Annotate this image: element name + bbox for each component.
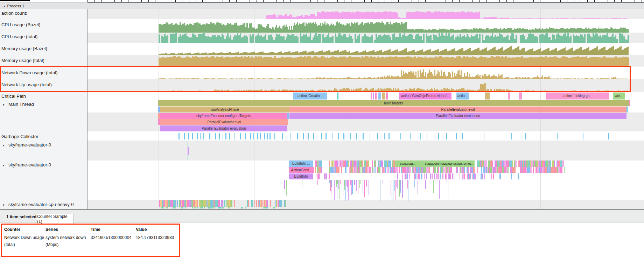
critical-path-slice[interactable]: action 'Linking go... [546,93,609,100]
counter-track-net-down[interactable] [88,67,644,79]
gc-slice[interactable] [313,133,314,139]
critical-path-slice[interactable] [519,93,522,100]
dense-slice[interactable] [426,173,427,179]
dense-slice[interactable] [369,167,371,173]
dense-slice[interactable] [228,207,230,208]
dense-slice[interactable] [316,173,317,179]
track-label-garbage-collector[interactable]: Garbage Collector [1,134,38,139]
counter-track-cpu-total[interactable] [88,33,644,43]
dense-slice[interactable] [390,160,391,167]
dense-slice[interactable] [492,160,493,167]
gc-slice[interactable] [274,133,275,139]
dense-slice[interactable] [362,160,363,167]
gc-slice[interactable] [282,133,283,139]
hanging-slice[interactable] [360,180,361,184]
dense-slice[interactable] [367,167,369,173]
gc-slice[interactable] [356,133,357,139]
dense-slice[interactable] [220,207,221,208]
hanging-slice[interactable] [356,180,357,191]
dense-slice[interactable] [329,160,330,167]
dense-slice[interactable] [348,160,349,167]
dense-slice[interactable] [473,167,475,173]
dense-slice[interactable] [496,167,497,173]
gc-slice[interactable] [234,133,235,139]
dense-slice[interactable] [218,200,220,207]
gc-slice[interactable] [557,133,558,139]
gc-slice[interactable] [338,133,339,139]
dense-slice[interactable] [383,160,383,167]
dense-slice[interactable] [187,200,189,207]
dense-slice[interactable] [462,173,463,179]
dense-slice[interactable] [372,160,373,167]
critical-path-slice[interactable]: action 'Creatin... [293,93,327,100]
dense-slice[interactable] [422,173,422,179]
dense-slice[interactable] [446,173,447,179]
col-header-value[interactable]: Value [136,227,147,232]
gc-slice[interactable] [410,133,411,139]
col-header-counter[interactable]: Counter [4,227,20,232]
dense-slice[interactable] [192,207,193,208]
dense-slice[interactable] [464,173,465,179]
dense-slice[interactable] [399,167,400,173]
gc-slice[interactable] [253,133,254,139]
hanging-slice[interactable] [447,180,447,183]
dense-slice[interactable] [440,173,441,179]
dense-slice[interactable] [270,200,271,207]
gc-slice[interactable] [270,133,271,139]
collapse-icon[interactable]: ▾ [3,203,8,207]
dense-slice[interactable] [460,173,460,179]
gc-slice[interactable] [456,133,457,139]
dense-slice[interactable] [182,207,184,208]
dense-slice[interactable] [444,167,446,173]
dense-slice[interactable] [185,207,187,208]
gc-slice[interactable] [343,133,344,139]
gc-slice[interactable] [264,133,265,139]
gc-slice[interactable] [178,133,180,139]
dense-slice[interactable] [429,167,430,173]
gc-slice[interactable] [350,133,351,139]
gc-slice[interactable] [250,133,251,139]
dense-slice[interactable] [507,167,509,173]
critical-path-slice[interactable]: act... [613,93,625,100]
gc-slice[interactable] [215,133,216,139]
main-thread-slice[interactable]: runAnalysisPhase [160,107,289,112]
hanging-slice[interactable] [439,180,440,199]
main-thread-slice[interactable]: ParallelEvaluator.eval [160,119,288,125]
dense-slice[interactable] [175,207,176,208]
track-label-main-thread[interactable]: ▾Main Thread [3,102,34,107]
gc-slice[interactable] [240,133,241,139]
dense-slice[interactable] [499,173,501,179]
dense-slice[interactable] [339,167,340,173]
dense-slice[interactable] [512,160,513,167]
hanging-slice[interactable] [344,180,345,186]
gc-slice[interactable] [462,133,463,139]
dense-slice[interactable] [281,200,281,207]
dense-slice[interactable] [197,200,198,207]
dense-slice[interactable] [491,173,492,179]
dense-slice[interactable] [397,167,398,173]
hanging-slice[interactable] [364,180,365,197]
skyframe1-slice[interactable] [188,147,189,155]
dense-slice[interactable] [337,160,338,167]
gc-slice[interactable] [290,133,291,139]
dense-slice[interactable] [194,207,196,208]
gc-slice[interactable] [229,133,230,139]
dense-slice[interactable] [177,200,177,207]
dense-slice[interactable] [409,173,410,179]
skyframe2-labeled-slice[interactable]: ActionConti... [289,167,314,173]
dense-slice[interactable] [326,173,327,179]
dense-slice[interactable] [373,167,373,173]
dense-slice[interactable] [242,207,243,208]
dense-slice[interactable] [214,207,215,208]
main-thread-slice[interactable]: Parallel Evaluator evaluation [289,113,626,119]
gc-slice[interactable] [219,133,220,139]
dense-slice[interactable] [261,200,262,207]
dense-slice[interactable] [368,160,369,167]
hanging-slice[interactable] [391,180,391,196]
gc-slice[interactable] [188,133,189,139]
critical-path-slice[interactable] [373,93,374,100]
dense-slice[interactable] [430,173,431,179]
hanging-slice[interactable] [369,180,369,195]
gc-slice[interactable] [484,133,485,139]
gc-slice[interactable] [511,133,512,139]
